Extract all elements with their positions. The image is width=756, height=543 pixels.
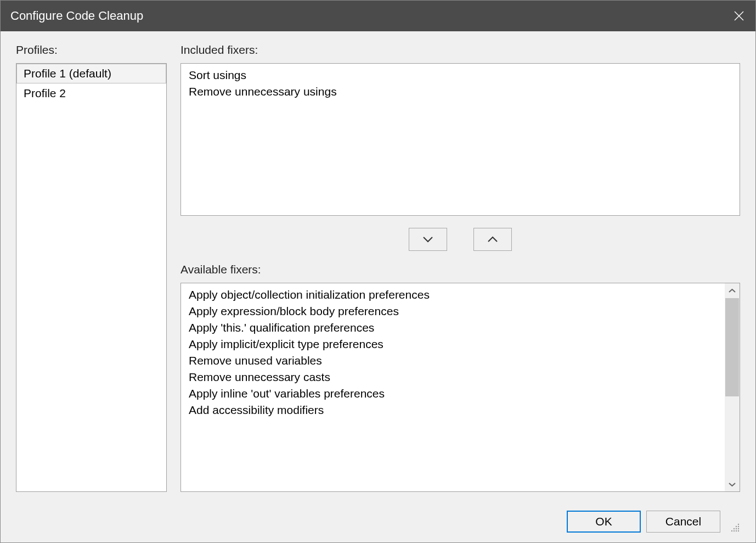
window-title: Configure Code Cleanup	[10, 9, 143, 23]
available-fixer-item[interactable]: Remove unnecessary casts	[181, 369, 725, 385]
available-fixer-item[interactable]: Apply expression/block body preferences	[181, 303, 725, 320]
profile-item[interactable]: Profile 1 (default)	[16, 64, 166, 83]
svg-point-5	[734, 528, 735, 529]
available-fixers-listbox[interactable]: Apply object/collection initialization p…	[181, 283, 725, 491]
available-fixer-item[interactable]: Apply implicit/explicit type preferences	[181, 336, 725, 352]
included-fixers-listbox[interactable]: Sort usings Remove unnecessary usings	[180, 63, 740, 216]
button-bar: OK Cancel	[16, 492, 740, 533]
chevron-up-icon	[729, 289, 736, 293]
scroll-track[interactable]	[725, 298, 740, 477]
svg-point-7	[738, 528, 739, 529]
ok-button[interactable]: OK	[567, 511, 641, 533]
included-fixer-item[interactable]: Remove unnecessary usings	[181, 83, 740, 100]
fixers-column: Included fixers: Sort usings Remove unne…	[180, 43, 740, 492]
chevron-up-icon	[487, 236, 498, 243]
svg-point-2	[738, 524, 739, 525]
profiles-label: Profiles:	[16, 43, 167, 57]
titlebar: Configure Code Cleanup	[1, 1, 755, 31]
svg-point-6	[736, 528, 737, 529]
close-icon	[734, 11, 744, 21]
included-fixer-item[interactable]: Sort usings	[181, 67, 740, 83]
scrollbar[interactable]	[725, 283, 740, 491]
profiles-column: Profiles: Profile 1 (default) Profile 2	[16, 43, 167, 492]
available-fixers-label: Available fixers:	[180, 263, 740, 276]
main-area: Profiles: Profile 1 (default) Profile 2 …	[16, 43, 740, 492]
available-fixer-item[interactable]: Apply object/collection initialization p…	[181, 287, 725, 303]
scroll-thumb[interactable]	[725, 298, 739, 396]
svg-point-8	[731, 530, 732, 531]
grip-icon	[729, 522, 740, 533]
available-fixers-wrap: Apply object/collection initialization p…	[180, 283, 740, 492]
profiles-listbox[interactable]: Profile 1 (default) Profile 2	[16, 63, 167, 492]
available-fixer-item[interactable]: Remove unused variables	[181, 352, 725, 369]
chevron-down-icon	[729, 482, 736, 486]
svg-point-11	[738, 530, 739, 531]
scroll-down-arrow[interactable]	[725, 477, 740, 491]
cancel-button[interactable]: Cancel	[646, 511, 720, 533]
svg-point-3	[736, 526, 737, 527]
available-section: Available fixers: Apply object/collectio…	[180, 263, 740, 492]
move-buttons-row	[180, 216, 740, 263]
scroll-up-arrow[interactable]	[725, 283, 740, 298]
available-fixer-item[interactable]: Apply 'this.' qualification preferences	[181, 320, 725, 336]
dialog-window: Configure Code Cleanup Profiles: Profile…	[0, 0, 756, 543]
dialog-content: Profiles: Profile 1 (default) Profile 2 …	[1, 31, 755, 542]
svg-point-10	[736, 530, 737, 531]
resize-grip[interactable]	[729, 522, 740, 533]
profile-item[interactable]: Profile 2	[16, 83, 166, 103]
included-fixers-label: Included fixers:	[180, 43, 740, 57]
move-up-button[interactable]	[473, 228, 512, 251]
svg-point-9	[734, 530, 735, 531]
available-fixer-item[interactable]: Add accessibility modifiers	[181, 402, 725, 418]
move-down-button[interactable]	[409, 228, 447, 251]
close-button[interactable]	[723, 1, 755, 31]
svg-point-4	[738, 526, 739, 527]
available-fixer-item[interactable]: Apply inline 'out' variables preferences	[181, 385, 725, 402]
chevron-down-icon	[422, 236, 433, 243]
